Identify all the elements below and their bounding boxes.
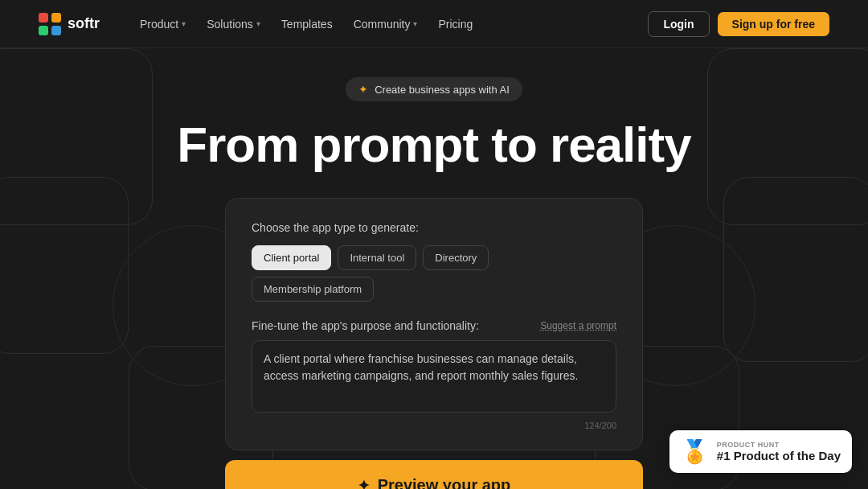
nav-left: softr Product ▾ Solutions ▾ Templates Co… — [39, 13, 481, 35]
product-chevron-icon: ▾ — [182, 19, 186, 28]
nav-item-product[interactable]: Product ▾ — [132, 13, 194, 35]
ph-text: PRODUCT HUNT #1 Product of the Day — [717, 441, 841, 462]
char-count: 124/200 — [252, 421, 616, 430]
logo[interactable]: softr — [39, 13, 100, 35]
svg-rect-1 — [51, 13, 61, 23]
ph-rank: #1 Product of the Day — [717, 449, 841, 462]
preview-icon: ✦ — [358, 477, 370, 489]
nav-item-templates[interactable]: Templates — [273, 13, 341, 35]
login-button[interactable]: Login — [648, 11, 709, 37]
nav-item-solutions[interactable]: Solutions ▾ — [199, 13, 268, 35]
preview-button[interactable]: ✦ Preview your app — [225, 460, 643, 489]
svg-rect-0 — [39, 13, 48, 23]
hero-title: From prompt to reality — [177, 117, 690, 172]
solutions-chevron-icon: ▾ — [256, 19, 260, 28]
app-type-internal-tool[interactable]: Internal tool — [338, 245, 416, 270]
navbar: softr Product ▾ Solutions ▾ Templates Co… — [0, 0, 868, 48]
hero-section: ✦ Create business apps with AI From prom… — [0, 48, 868, 489]
choose-label: Choose the app type to generate: — [252, 221, 616, 234]
ai-badge: ✦ Create business apps with AI — [346, 77, 522, 101]
svg-rect-3 — [51, 26, 61, 35]
nav-right: Login Sign up for free — [648, 11, 829, 37]
nav-links: Product ▾ Solutions ▾ Templates Communit… — [132, 13, 481, 35]
app-type-client-portal[interactable]: Client portal — [252, 245, 331, 270]
ph-medal-icon: 🏅 — [681, 438, 709, 465]
nav-item-pricing[interactable]: Pricing — [430, 13, 481, 35]
app-generator-card: Choose the app type to generate: Client … — [225, 198, 643, 450]
svg-rect-2 — [39, 26, 48, 35]
ph-label: PRODUCT HUNT — [717, 441, 841, 449]
signup-button[interactable]: Sign up for free — [718, 12, 829, 36]
logo-icon — [39, 13, 61, 35]
nav-item-community[interactable]: Community ▾ — [346, 13, 426, 35]
app-types: Client portal Internal tool Directory Me… — [252, 245, 616, 302]
product-hunt-badge[interactable]: 🏅 PRODUCT HUNT #1 Product of the Day — [669, 430, 852, 473]
ai-badge-icon: ✦ — [358, 83, 368, 96]
prompt-textarea[interactable] — [252, 340, 616, 413]
app-type-membership-platform[interactable]: Membership platform — [252, 277, 374, 302]
purpose-label: Fine-tune the app's purpose and function… — [252, 319, 479, 332]
community-chevron-icon: ▾ — [413, 19, 417, 28]
app-type-directory[interactable]: Directory — [423, 245, 489, 270]
purpose-label-row: Fine-tune the app's purpose and function… — [252, 319, 616, 332]
suggest-prompt-link[interactable]: Suggest a prompt — [540, 320, 616, 331]
